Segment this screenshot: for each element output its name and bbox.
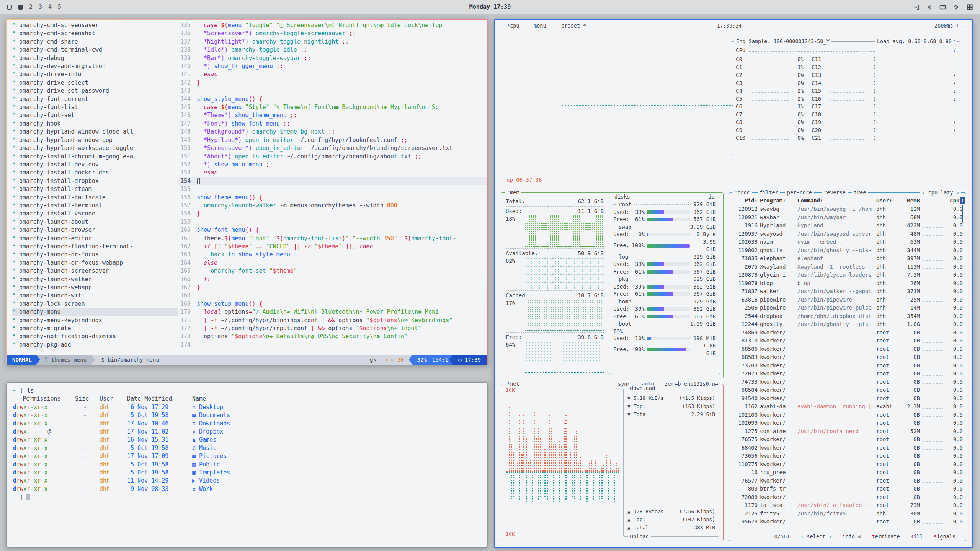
file-item[interactable]: *omarchy-install-tailscale [12, 194, 178, 202]
process-row[interactable]: 94540 kworker/ root 0B 0.0 [733, 395, 963, 403]
file-item[interactable]: *omarchy-hyprland-window-pop [12, 136, 178, 144]
interval-plus-button[interactable]: + [956, 23, 959, 29]
process-row[interactable]: 68583 kworker/ root 0B 0.0 [733, 353, 963, 362]
process-row[interactable]: 1162 avahi-da avahi-daemon: running [ av… [733, 403, 963, 411]
file-item[interactable]: *omarchy-cmd-screensaver [12, 21, 178, 29]
code-line[interactable]: 149 *Hyprland*) open_in_editor ~/.config… [178, 136, 487, 144]
file-item[interactable]: *omarchy-drive-set-password [12, 87, 178, 95]
file-item[interactable]: *omarchy-cmd-terminal-cwd [12, 46, 178, 54]
code-line[interactable]: 162 if [[ "$theme" == "CNCLD" || -z "$th… [178, 243, 487, 251]
per-core-toggle[interactable]: per-core [785, 189, 814, 196]
workspace-number[interactable]: 5 [58, 3, 61, 10]
process-row[interactable]: 119802 ghostty /usr/bin/ghostty --gtk- d… [733, 246, 963, 255]
file-item[interactable]: *omarchy-install-docker-dbs [12, 169, 178, 177]
code-line[interactable]: 139 *Bar*) omarchy-toggle-waybar ;; [178, 54, 487, 62]
file-item[interactable]: *omarchy-drive-select [12, 79, 178, 87]
code-line[interactable]: 155 [178, 185, 487, 193]
workspace-occupied-icon[interactable] [18, 5, 23, 10]
file-item[interactable]: *omarchy-launch-floating-terminal- [12, 243, 178, 251]
file-row[interactable]: drwxr-xr-x - dhh 5 Oct 19:58 ▣Templates [13, 469, 487, 477]
file-item[interactable]: *omarchy-dev-add-migration [12, 62, 178, 70]
code-line[interactable]: 172 [ -f ~/.config/hypr/input.conf ] && … [178, 324, 487, 333]
file-row[interactable]: drwxr-xr-x - dhh 5 Oct 19:58 ▥Public [13, 461, 487, 469]
net-interface[interactable]: ←b enp191s0 n→ [673, 380, 720, 388]
process-row[interactable]: 74869 kworker/ root 0B 0.0 [733, 329, 963, 337]
file-item[interactable]: *omarchy-menu-keybindings [12, 316, 178, 324]
process-row[interactable]: 71835 elephant elephant dhh 397M 0.0 [733, 254, 963, 263]
io-toggle[interactable]: io [707, 193, 717, 201]
code-line[interactable]: 145 case $(menu "Style" "✎ Theme\nƒ Font… [178, 103, 487, 111]
file-row[interactable]: drwxr-xr-x - dhh 9 Nov 08:33 ⚒Work [13, 485, 487, 493]
file-row[interactable]: drwxr-xr-x - dhh 5 Oct 19:58 ♫Music [13, 444, 487, 452]
file-item[interactable]: *omarchy-menu [12, 308, 178, 316]
process-row[interactable]: 72073 kworker/ root 0B 0.0 [733, 370, 963, 378]
file-row[interactable]: drwxr-xr-x - dhh 5 Oct 19:58 ▤Documents [13, 411, 487, 419]
process-row[interactable]: 68584 kworker/ root 0B 0.0 [733, 386, 963, 395]
process-row[interactable]: 120937 swayosd- /usr/bin/swayosd-server … [733, 230, 963, 238]
scroll-up-indicator[interactable]: ↑ [960, 197, 965, 204]
workspace-number[interactable]: 4 [48, 3, 52, 10]
process-row[interactable]: 119078 btop btop dhh 26M 0.0 [733, 279, 963, 288]
keyboard-icon[interactable] [939, 4, 946, 10]
code-line[interactable]: 171 [ -f ~/.config/hypr/bindings.conf ] … [178, 316, 487, 324]
process-row[interactable]: 73656 kworker/ root 0B 0.0 [733, 452, 963, 460]
file-row[interactable]: drwxr-xr-x - dhh 17 Nov 10:46 ↧Downloads [13, 420, 487, 428]
file-row[interactable]: drwxr-xr-x - dhh 16 Nov 15:31 ♞Games [13, 436, 487, 444]
preset-button[interactable]: preset * [559, 22, 588, 29]
update-interval[interactable]: - 2000ms + [926, 22, 961, 29]
code-line[interactable]: 143 [178, 87, 487, 95]
disks-title[interactable]: disks [612, 193, 632, 201]
file-row[interactable]: drwxr-xr-x - dhh 11 Nov 14:29 ▶Videos [13, 477, 487, 485]
process-row[interactable]: 102638 nvim nvim --embed . dhh 63M 0.0 [733, 238, 963, 246]
code-line[interactable]: 138 *Idle*) omarchy-toggle-idle ;; [178, 46, 487, 54]
code-line[interactable]: 151 *About*) open_in_editor ~/.config/om… [178, 153, 487, 161]
file-item[interactable]: *omarchy-notification-dismiss [12, 333, 178, 341]
code-line[interactable]: 168 [178, 292, 487, 300]
code-line[interactable]: 150 *Screensaver*) open_in_editor ~/.con… [178, 144, 487, 152]
code-line[interactable]: 137 *Nightlight*) omarchy-toggle-nightli… [178, 38, 487, 46]
code-line[interactable]: 136 *Screensaver*) omarchy-toggle-screen… [178, 29, 487, 37]
code-line[interactable]: 170 local options="♪ Audio\n≈ Wifi\nᛒ Bl… [178, 308, 487, 316]
code-line[interactable]: 159 [178, 218, 487, 226]
code-line[interactable]: 164 else [178, 259, 487, 267]
process-panel-title[interactable]: ⁴proc [732, 189, 752, 196]
code-line[interactable]: 173 options="$options\n❖ Defaults\n◍ DNS… [178, 333, 487, 341]
cpu-panel-title[interactable]: ¹cpu [505, 22, 521, 29]
code-line[interactable]: 161 theme=$(menu "Font" "$(omarchy-font-… [178, 235, 487, 243]
process-row[interactable]: 1916 Hyprland Hyprland dhh 422M 0.0 [733, 222, 963, 230]
menu-button[interactable]: menu [532, 22, 548, 29]
process-row[interactable]: 81310 kworker/ root 0B 0.0 [733, 337, 963, 345]
file-item[interactable]: *omarchy-launch-screensaver [12, 267, 178, 275]
file-row[interactable]: drwxr-xr-x - dhh 17 Nov 17:09 ▦Pictures [13, 452, 487, 460]
code-line[interactable]: 148 *Background*) omarchy-theme-bg-next … [178, 128, 487, 136]
file-item[interactable]: *omarchy-cmd-share [12, 38, 178, 46]
file-item[interactable]: *omarchy-launch-or-focus [12, 251, 178, 259]
process-row[interactable]: 12244 ghostty /usr/bin/ghostty --gtk- dh… [733, 320, 963, 329]
process-row[interactable]: 2075 Xwayland Xwayland :1 -rootless - dh… [733, 263, 963, 271]
sort-selector[interactable]: ‹ cpu lazy › [920, 189, 961, 196]
bluetooth-icon[interactable] [926, 4, 932, 10]
process-row[interactable]: 2544 dropbox /home/dhh/.dropbox-dist dhh… [733, 312, 963, 321]
code-line[interactable]: 167} [178, 284, 487, 292]
code-line[interactable]: 146 *Theme*) show_theme_menu ;; [178, 111, 487, 119]
code-line[interactable]: 166 fi [178, 276, 487, 284]
code-line[interactable]: 169show_setup_menu() { [178, 300, 487, 308]
process-row[interactable]: 1170 tailscal /usr/sbin/tailscaled -- ro… [733, 501, 963, 510]
process-row[interactable]: 102099 kworker/ root 0B 0.0 [733, 419, 963, 427]
process-row[interactable]: 74733 kworker/ root 0B 0.0 [733, 378, 963, 386]
code-line[interactable]: 157 omarchy-launch-walker -m menus:omarc… [178, 202, 487, 210]
process-row[interactable]: 803 btrfs-tr root 0B 0.0 [733, 485, 963, 493]
file-item[interactable]: *omarchy-pkg-add [12, 341, 178, 349]
file-item[interactable]: *omarchy-cmd-screenshot [12, 29, 178, 37]
process-row[interactable]: 2125 fcitx5 /usr/bin/fcitx5 dhh 30M 0.0 [733, 510, 963, 518]
file-item[interactable]: *omarchy-launch-browser [12, 226, 178, 234]
process-row[interactable]: 73703 kworker/ root 0B 0.0 [733, 362, 963, 370]
terminal-body[interactable]: ~ ⟩ ls PermissionsSizeUserDate ModifiedN… [7, 383, 487, 502]
process-row[interactable]: 120921 waybar /usr/bin/waybar dhh 68M 0.… [733, 214, 963, 222]
code-line[interactable]: 142} [178, 79, 487, 87]
process-scrollbar[interactable] [962, 205, 963, 223]
code-line[interactable]: 153 esac [178, 169, 487, 177]
volume-icon[interactable] [953, 4, 960, 10]
process-row[interactable]: 120878 glycin-i /usr/lib/glycin-loaders … [733, 271, 963, 279]
code-line[interactable]: 154} [178, 177, 487, 185]
